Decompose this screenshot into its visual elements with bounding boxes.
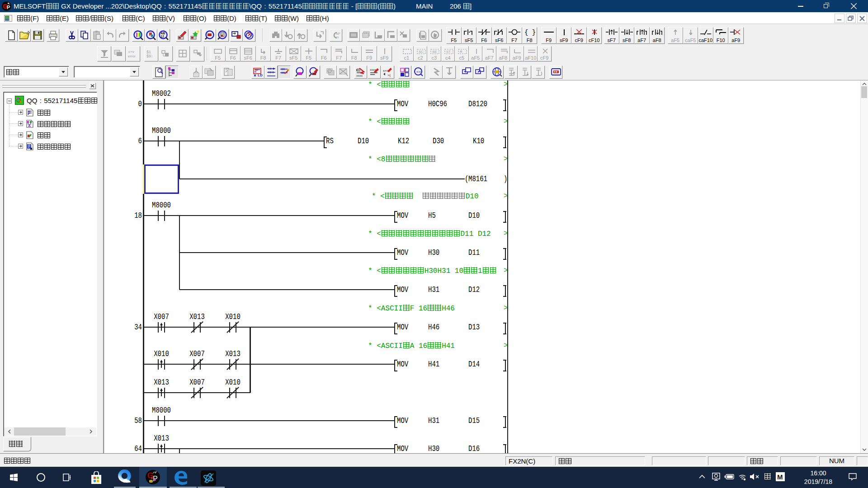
svg-text:LD: LD: [258, 73, 263, 77]
svg-text:SC: SC: [419, 50, 424, 54]
svg-text:12: 12: [160, 35, 164, 38]
svg-text:ST: ST: [446, 50, 451, 54]
svg-text:error: error: [128, 54, 136, 58]
svg-text:xxxx: xxxx: [356, 74, 363, 77]
svg-text:rn: rn: [336, 36, 339, 39]
svg-text:AB: AB: [160, 32, 165, 35]
svg-text:SE: SE: [432, 50, 437, 54]
svg-text:$9↓: $9↓: [146, 54, 153, 58]
svg-text:c+v: c+v: [128, 50, 134, 54]
svg-text:>|: >|: [387, 73, 391, 77]
svg-text:R: R: [460, 50, 462, 54]
svg-text:AP: AP: [336, 32, 340, 35]
svg-text:{ }: { }: [524, 29, 536, 36]
svg-text:«»: «»: [416, 70, 421, 74]
